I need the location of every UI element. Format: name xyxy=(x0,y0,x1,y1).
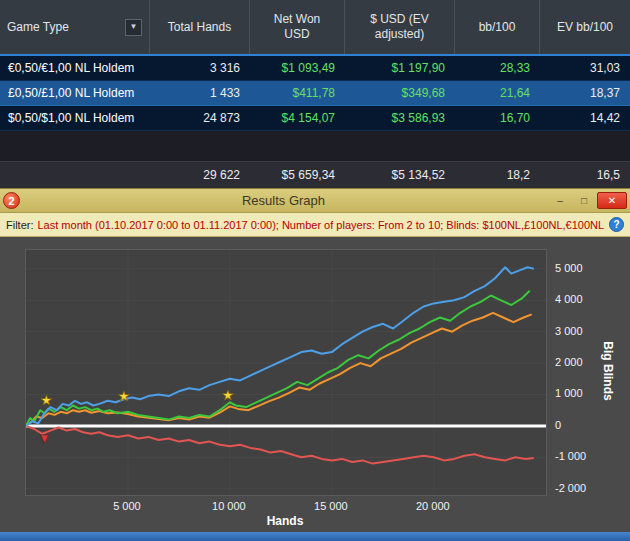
table-row-selected[interactable]: £0,50/£1,00 NL Holdem 1 433 $411,78 $349… xyxy=(0,81,630,106)
net-won-cell: $411,78 xyxy=(250,86,345,100)
bb100-cell: 21,64 xyxy=(455,86,540,100)
table-empty-area xyxy=(0,131,630,161)
x-tick-label: 10 000 xyxy=(212,500,246,512)
totals-ev-bb100: 16,5 xyxy=(540,168,630,182)
x-tick-label: 5 000 xyxy=(113,500,141,512)
column-header-ev-bb100[interactable]: EV bb/100 xyxy=(540,0,630,54)
ev-adjusted-cell: $3 586,93 xyxy=(345,111,455,125)
y-tick-label: 4 000 xyxy=(555,293,583,305)
y-tick-label: -1 000 xyxy=(555,450,586,462)
results-graph-window: 2 Results Graph – □ ✕ Filter: Last month… xyxy=(0,188,630,532)
column-header-total-hands[interactable]: Total Hands xyxy=(150,0,250,54)
chart-plot: ★★★▼ xyxy=(25,249,547,496)
column-header-net-won[interactable]: Net Won USD xyxy=(250,0,345,54)
x-tick-label: 20 000 xyxy=(416,500,450,512)
column-header-game-type[interactable]: Game Type ▼ xyxy=(0,0,150,54)
star-marker: ★ xyxy=(118,388,131,404)
red-line xyxy=(26,426,534,464)
star-marker: ★ xyxy=(40,392,53,408)
y-tick-label: 1 000 xyxy=(555,387,583,399)
table-header: Game Type ▼ Total Hands Net Won USD $ US… xyxy=(0,0,630,54)
window-title: Results Graph xyxy=(20,193,547,208)
filter-label: Filter: xyxy=(6,219,34,231)
window-titlebar[interactable]: 2 Results Graph – □ ✕ xyxy=(0,189,630,213)
total-hands-cell: 1 433 xyxy=(150,86,250,100)
column-header-bb100[interactable]: bb/100 xyxy=(455,0,540,54)
totals-ev-adjusted: $5 134,52 xyxy=(345,168,455,182)
help-icon[interactable]: ? xyxy=(609,217,624,232)
totals-row: 29 622 $5 659,34 $5 134,52 18,2 16,5 xyxy=(0,161,630,188)
y-tick-label: -2 000 xyxy=(555,482,586,494)
table-row[interactable]: €0,50/€1,00 NL Holdem 3 316 $1 093,49 $1… xyxy=(0,56,630,81)
ev-bb100-cell: 14,42 xyxy=(540,111,630,125)
filter-bar[interactable]: Filter: Last month (01.10.2017 0:00 to 0… xyxy=(0,213,630,237)
stats-table: Game Type ▼ Total Hands Net Won USD $ US… xyxy=(0,0,630,188)
star-marker: ★ xyxy=(222,387,235,403)
filter-text[interactable]: Last month (01.10.2017 0:00 to 01.11.201… xyxy=(38,219,606,231)
close-button[interactable]: ✕ xyxy=(597,192,627,209)
green-line xyxy=(26,291,530,426)
x-tick-label: 15 000 xyxy=(314,500,348,512)
ev-bb100-cell: 18,37 xyxy=(540,86,630,100)
blue-line xyxy=(26,267,534,426)
bb100-cell: 28,33 xyxy=(455,61,540,75)
y-tick-label: 0 xyxy=(555,419,561,431)
totals-bb100: 18,2 xyxy=(455,168,540,182)
game-type-label: Game Type xyxy=(7,20,69,35)
game-type-cell: £0,50/£1,00 NL Holdem xyxy=(0,86,150,100)
y-tick-label: 5 000 xyxy=(555,262,583,274)
total-hands-cell: 3 316 xyxy=(150,61,250,75)
column-header-ev-adjusted[interactable]: $ USD (EV adjusted) xyxy=(345,0,455,54)
x-axis-label: Hands xyxy=(267,514,304,528)
triangle-down-marker: ▼ xyxy=(37,430,51,446)
totals-net-won: $5 659,34 xyxy=(250,168,345,182)
y-tick-label: 3 000 xyxy=(555,325,583,337)
minimize-button[interactable]: – xyxy=(549,192,571,209)
game-type-cell: $0,50/$1,00 NL Holdem xyxy=(0,111,150,125)
net-won-cell: $4 154,07 xyxy=(250,111,345,125)
ev-bb100-cell: 31,03 xyxy=(540,61,630,75)
ev-adjusted-cell: $1 197,90 xyxy=(345,61,455,75)
chevron-down-icon[interactable]: ▼ xyxy=(125,19,142,36)
orange-line xyxy=(26,313,532,426)
background-window-strip xyxy=(0,532,630,541)
game-type-cell: €0,50/€1,00 NL Holdem xyxy=(0,61,150,75)
ev-adjusted-cell: $349,68 xyxy=(345,86,455,100)
table-row[interactable]: $0,50/$1,00 NL Holdem 24 873 $4 154,07 $… xyxy=(0,106,630,131)
y-tick-label: 2 000 xyxy=(555,356,583,368)
y-axis-label: Big Blinds xyxy=(601,341,615,400)
totals-hands: 29 622 xyxy=(150,168,250,182)
net-won-cell: $1 093,49 xyxy=(250,61,345,75)
bb100-cell: 16,70 xyxy=(455,111,540,125)
total-hands-cell: 24 873 xyxy=(150,111,250,125)
app-icon: 2 xyxy=(3,192,20,209)
maximize-button[interactable]: □ xyxy=(573,192,595,209)
graph-area: ★★★▼ Hands Big Blinds 5 00010 00015 0002… xyxy=(0,237,630,532)
